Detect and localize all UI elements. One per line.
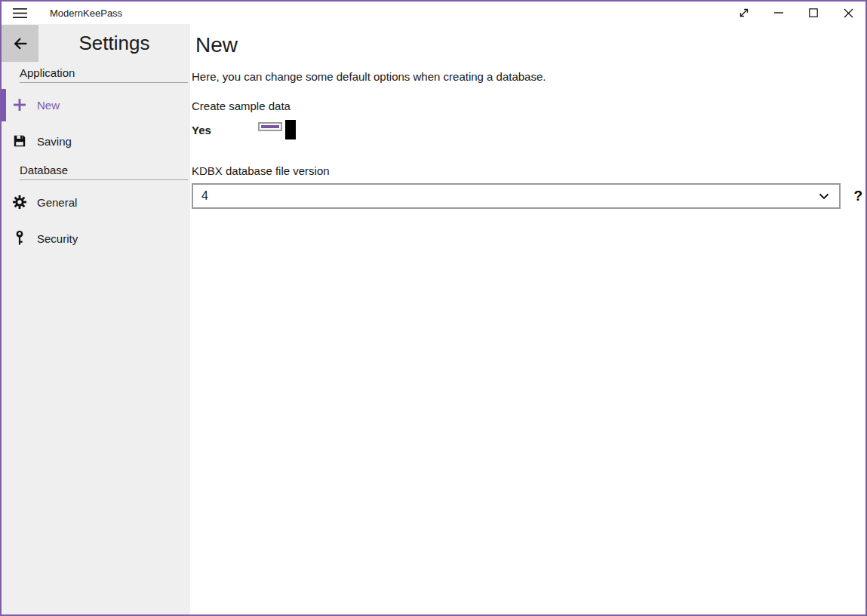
close-icon xyxy=(844,8,853,18)
section-header-database: Database xyxy=(20,164,188,180)
hamburger-menu-button[interactable] xyxy=(2,2,38,24)
app-body: Settings Application New xyxy=(2,24,865,614)
kdbx-version-label: KDBX database file version xyxy=(192,164,865,178)
back-arrow-icon xyxy=(11,35,29,53)
fullscreen-button[interactable] xyxy=(727,2,761,24)
maximize-button[interactable] xyxy=(796,2,831,24)
settings-sidebar: Settings Application New xyxy=(2,24,190,614)
sidebar-item-label: Security xyxy=(37,232,78,245)
section-header-application: Application xyxy=(20,66,188,83)
back-button[interactable] xyxy=(2,25,38,62)
create-sample-data-toggle[interactable] xyxy=(258,120,296,139)
settings-new-panel: New Here, you can change some default op… xyxy=(190,24,865,614)
kdbx-version-row: 4 ? xyxy=(192,183,865,209)
app-window: ModernKeePass xyxy=(0,0,867,616)
window-controls xyxy=(727,2,865,24)
window-title: ModernKeePass xyxy=(50,8,122,19)
sidebar-item-general[interactable]: General xyxy=(2,184,190,220)
key-icon xyxy=(12,231,27,246)
close-button[interactable] xyxy=(831,2,865,24)
sidebar-item-label: General xyxy=(37,196,77,209)
sidebar-item-label: New xyxy=(37,99,60,112)
plus-icon xyxy=(12,97,27,112)
kdbx-version-select[interactable]: 4 xyxy=(192,183,841,209)
toggle-track xyxy=(258,122,282,131)
sidebar-item-saving[interactable]: Saving xyxy=(2,123,190,159)
toggle-state-label: Yes xyxy=(192,124,258,136)
maximize-icon xyxy=(809,8,818,17)
minimize-button[interactable] xyxy=(761,2,796,24)
save-icon xyxy=(12,133,27,149)
create-sample-data-label: Create sample data xyxy=(192,100,865,113)
titlebar: ModernKeePass xyxy=(2,2,865,24)
minimize-icon xyxy=(774,12,783,14)
gear-icon xyxy=(12,195,27,210)
sidebar-item-security[interactable]: Security xyxy=(2,220,190,256)
page-title: New xyxy=(195,32,865,57)
kdbx-version-help-button[interactable]: ? xyxy=(850,188,865,204)
chevron-down-icon xyxy=(819,193,829,200)
fullscreen-icon xyxy=(739,8,749,18)
kdbx-version-value: 4 xyxy=(201,189,819,203)
sidebar-item-label: Saving xyxy=(37,135,72,148)
hamburger-icon xyxy=(13,8,27,19)
create-sample-data-row: Yes xyxy=(192,120,865,139)
settings-page-title: Settings xyxy=(38,25,190,62)
page-description: Here, you can change some default option… xyxy=(192,70,865,84)
toggle-thumb[interactable] xyxy=(285,120,296,139)
sidebar-item-new[interactable]: New xyxy=(2,87,190,123)
toggle-fill xyxy=(261,125,279,128)
sidebar-header: Settings xyxy=(2,25,190,62)
